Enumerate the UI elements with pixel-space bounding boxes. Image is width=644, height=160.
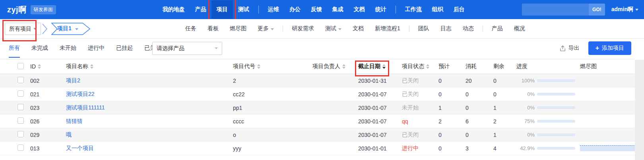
project-name-link[interactable]: 项目2 (66, 77, 80, 84)
nav-item-文档[interactable]: 文档 (349, 0, 370, 19)
cell-progress: 0% (515, 88, 578, 101)
nav-item-办公[interactable]: 办公 (284, 0, 306, 19)
add-project-button[interactable]: + 添加项目 (588, 41, 631, 55)
subnav-divider (483, 25, 483, 32)
cell-burndown (578, 115, 635, 128)
cell-project-owner (311, 142, 357, 155)
filter-toolbar: 所有未完成未开始进行中已挂起已关闭 请选择产品 导出 + 添加项目 (0, 39, 644, 58)
row-checkbox[interactable] (17, 90, 24, 97)
cell-id: 029 (29, 128, 64, 142)
column-header-label: 进度 (516, 63, 528, 70)
project-name-link[interactable]: 测试项目111111 (66, 104, 105, 111)
column-header-label[interactable]: 截止日期 (358, 63, 386, 70)
nav-item-产品[interactable]: 产品 (190, 0, 211, 19)
column-header-label[interactable]: 项目负责人 (312, 63, 345, 70)
select-all-checkbox[interactable] (17, 63, 24, 69)
subnav-item-团队[interactable]: 团队 (413, 25, 435, 32)
subnav-item-研发需求[interactable]: 研发需求 (286, 25, 320, 32)
column-header-label[interactable]: ID (30, 63, 41, 70)
row-checkbox[interactable] (17, 104, 24, 110)
nav-item-工作流[interactable]: 工作流 (400, 0, 427, 19)
subnav-item-日志[interactable]: 日志 (435, 25, 457, 32)
filter-tab-未开始[interactable]: 未开始 (60, 39, 76, 58)
sort-icon[interactable] (257, 64, 260, 69)
column-header-label[interactable]: 项目名称 (66, 63, 93, 70)
row-checkbox[interactable] (17, 131, 24, 137)
row-checkbox[interactable] (17, 144, 24, 151)
subnav-item-动态[interactable]: 动态 (457, 25, 479, 32)
project-name-link[interactable]: 又一个项目 (66, 145, 94, 151)
progress-bar-track (537, 133, 575, 136)
subnav-item-更多[interactable]: 更多 (252, 25, 279, 32)
user-menu[interactable]: admin啊 (611, 6, 638, 13)
search-input[interactable] (522, 4, 589, 16)
status-badge: 已关闭 (402, 77, 419, 84)
column-header-项目代号: 项目代号 (231, 59, 311, 74)
nav-item-测试[interactable]: 测试 (233, 0, 254, 19)
nav-item-我的地盘[interactable]: 我的地盘 (157, 0, 190, 19)
subnav-item-新增流程1[interactable]: 新增流程1 (369, 25, 406, 32)
nav-item-后台[interactable]: 后台 (448, 0, 470, 19)
sort-icon[interactable] (382, 64, 386, 69)
cell-project-name: 哦 (64, 128, 231, 142)
search-go-button[interactable]: GO! (589, 4, 605, 16)
current-project-label[interactable]: 项目1 (57, 25, 78, 32)
cell-deadline: 2030-01-01 (357, 142, 400, 155)
table-row: 021测试项目22cc222030-01-07已关闭0000% (0, 88, 635, 101)
cell-status: qq (400, 115, 437, 128)
project-name-link[interactable]: 猜猜猜 (66, 118, 83, 124)
app-logo[interactable]: zyj啊 (7, 4, 27, 15)
cell-left: 1 (492, 128, 515, 142)
subnav-item-概况[interactable]: 概况 (508, 25, 531, 32)
subnav-item-文档[interactable]: 文档 (347, 25, 369, 32)
row-checkbox[interactable] (17, 77, 24, 83)
nav-item-统计[interactable]: 统计 (370, 0, 392, 19)
sort-icon[interactable] (426, 64, 429, 69)
filter-tab-进行中[interactable]: 进行中 (88, 39, 105, 58)
nav-item-运维[interactable]: 运维 (263, 0, 284, 19)
burndown-sparkline (580, 145, 635, 151)
nav-item-集成[interactable]: 集成 (327, 0, 349, 19)
cell-progress: 0% (515, 128, 578, 142)
project-name-link[interactable]: 哦 (66, 131, 72, 138)
filter-tab-已挂起[interactable]: 已挂起 (116, 39, 133, 58)
progress-indicator: 0% (516, 91, 577, 97)
row-checkbox[interactable] (17, 117, 24, 124)
sort-icon[interactable] (342, 64, 345, 69)
cell-deadline: 2030-01-07 (357, 101, 400, 115)
cell-id: 026 (29, 115, 64, 128)
subnav-item-看板[interactable]: 看板 (202, 25, 224, 32)
sort-icon[interactable] (38, 64, 41, 69)
table-body: 002项目222030-01-31已关闭0200100%021测试项目22cc2… (0, 74, 635, 155)
current-project-crumb[interactable]: 项目1 (41, 22, 91, 35)
all-projects-dropdown[interactable]: 所有项目 (5, 23, 41, 35)
chevron-down-icon (75, 28, 78, 30)
cell-estimate: 1 (437, 101, 464, 115)
vertical-scrollbar[interactable] (635, 60, 644, 160)
status-badge: 已关闭 (402, 131, 419, 138)
subnav-item-产品[interactable]: 产品 (486, 25, 508, 32)
nav-item-反馈[interactable]: 反馈 (306, 0, 327, 19)
product-select[interactable]: 请选择产品 (152, 42, 222, 55)
row-checkbox-cell (0, 142, 29, 155)
column-header-label[interactable]: 项目状态 (402, 63, 429, 70)
annotation-box-nav-item (208, 0, 236, 21)
chevron-down-icon (635, 9, 638, 11)
progress-indicator: 100% (516, 78, 577, 84)
nav-item-组织[interactable]: 组织 (427, 0, 448, 19)
filter-tab-所有[interactable]: 所有 (9, 39, 20, 58)
subnav-item-任务[interactable]: 任务 (180, 25, 202, 32)
navbar-right: GO! admin啊 (522, 0, 638, 19)
status-filters: 所有未完成未开始进行中已挂起已关闭 (9, 39, 173, 58)
subnav-item-测试[interactable]: 测试 (320, 25, 347, 32)
nav-item-项目[interactable]: 项目 (211, 0, 233, 19)
table-header-row: ID项目名称项目代号项目负责人截止日期项目状态预计消耗剩余进度燃尽图 (0, 59, 635, 74)
row-checkbox-cell (0, 88, 29, 101)
project-name-link[interactable]: 测试项目22 (66, 91, 95, 97)
subnav-item-燃尽图[interactable]: 燃尽图 (224, 25, 252, 32)
cell-project-name: 又一个项目 (64, 142, 231, 155)
filter-tab-未完成[interactable]: 未完成 (31, 39, 48, 58)
sort-icon[interactable] (90, 64, 93, 69)
column-header-label[interactable]: 项目代号 (233, 63, 260, 70)
export-button[interactable]: 导出 (559, 45, 580, 52)
